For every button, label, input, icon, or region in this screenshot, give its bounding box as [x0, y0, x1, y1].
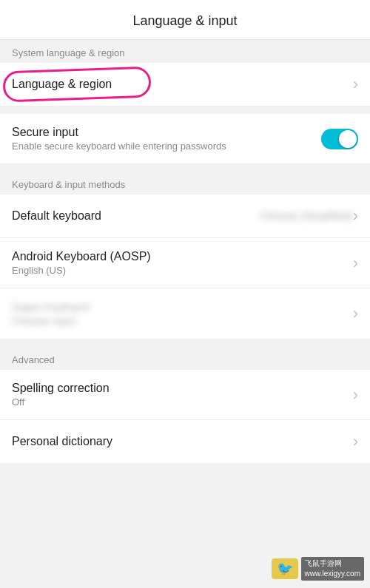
spelling-correction-subtitle: Off	[12, 396, 353, 408]
watermark-bird-icon: 🐦	[272, 558, 298, 579]
android-keyboard-item[interactable]: Android Keyboard (AOSP) English (US)	[0, 238, 370, 288]
default-keyboard-title: Default keyboard	[12, 209, 260, 223]
spelling-correction-content: Spelling correction Off	[12, 382, 353, 408]
blurred-subtitle-text: Chinese Input	[12, 315, 75, 327]
default-keyboard-value: Chinese (Simplified)	[260, 210, 352, 222]
chevron-right-icon	[353, 75, 358, 94]
section-label-advanced: Advanced	[0, 347, 370, 370]
language-region-item[interactable]: Language & region	[0, 63, 370, 107]
watermark: 🐦 飞鼠手游网 www.lexigyy.com	[272, 557, 364, 581]
page-title: Language & input	[132, 13, 237, 28]
default-keyboard-content: Default keyboard	[12, 209, 260, 223]
default-keyboard-item[interactable]: Default keyboard Chinese (Simplified)	[0, 195, 370, 238]
secure-input-subtitle: Enable secure keyboard while entering pa…	[12, 141, 321, 152]
personal-dictionary-item[interactable]: Personal dictionary	[0, 420, 370, 463]
divider-3	[0, 339, 370, 347]
language-region-title: Language & region	[12, 78, 353, 91]
secure-input-title: Secure input	[12, 126, 321, 139]
android-keyboard-chevron	[353, 254, 358, 273]
personal-dictionary-content: Personal dictionary	[12, 435, 353, 448]
blurred-keyboard-title: Sogou Keyboard	[12, 300, 353, 314]
blurred-title-text: Sogou Keyboard	[12, 301, 89, 313]
default-keyboard-value-area: Chinese (Simplified)	[260, 206, 358, 226]
toggle-switch[interactable]	[321, 129, 358, 149]
section-label-keyboard: Keyboard & input methods	[0, 172, 370, 195]
android-keyboard-title: Android Keyboard (AOSP)	[12, 250, 353, 263]
spelling-correction-item[interactable]: Spelling correction Off	[0, 370, 370, 420]
secure-input-content: Secure input Enable secure keyboard whil…	[12, 126, 321, 152]
blurred-keyboard-item[interactable]: Sogou Keyboard Chinese Input	[0, 288, 370, 339]
divider-2	[0, 164, 370, 172]
android-keyboard-subtitle: English (US)	[12, 265, 353, 276]
page-header: Language & input	[0, 0, 370, 40]
secure-input-toggle[interactable]	[321, 129, 358, 149]
spelling-correction-title: Spelling correction	[12, 382, 353, 395]
spelling-correction-chevron	[353, 385, 358, 405]
blurred-keyboard-chevron	[353, 304, 358, 323]
blurred-keyboard-content: Sogou Keyboard Chinese Input	[12, 300, 353, 327]
default-keyboard-chevron	[353, 206, 358, 226]
watermark-text: 飞鼠手游网 www.lexigyy.com	[301, 557, 364, 581]
personal-dictionary-chevron	[353, 432, 358, 451]
section-label-system: System language & region	[0, 40, 370, 63]
toggle-knob	[339, 130, 357, 148]
secure-input-item[interactable]: Secure input Enable secure keyboard whil…	[0, 114, 370, 164]
blurred-keyboard-subtitle: Chinese Input	[12, 315, 353, 327]
android-keyboard-content: Android Keyboard (AOSP) English (US)	[12, 250, 353, 276]
language-region-content: Language & region	[12, 78, 353, 91]
divider-1	[0, 107, 370, 114]
personal-dictionary-title: Personal dictionary	[12, 435, 353, 448]
